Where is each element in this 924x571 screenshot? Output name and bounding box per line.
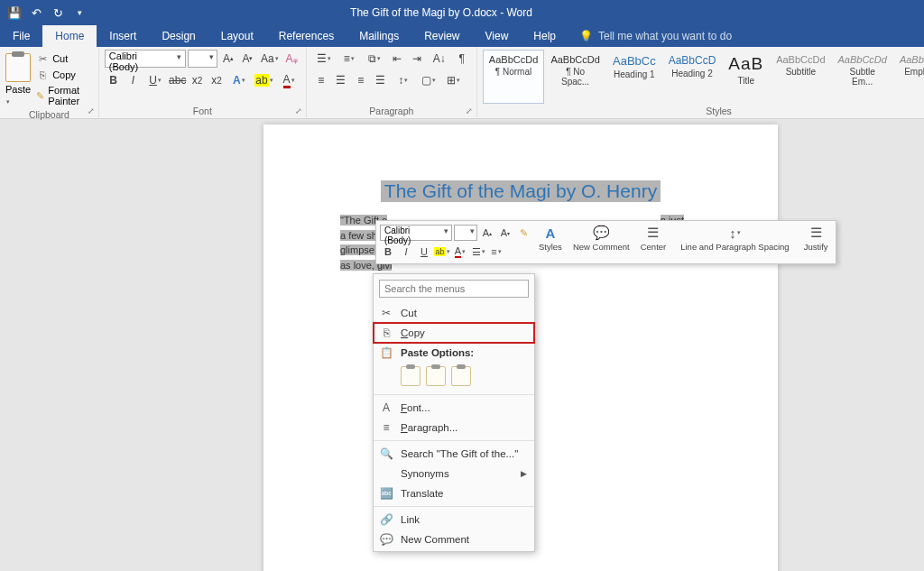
context-font[interactable]: A Font... [374,398,534,418]
mini-highlight-button[interactable]: ab▾ [434,244,450,260]
align-center-button[interactable]: ☰ [332,71,350,89]
mini-numbering-button[interactable]: ≡▾ [488,244,504,260]
numbering-button[interactable]: ≡▾ [337,50,361,68]
mini-size-combo[interactable] [454,225,477,241]
context-cut[interactable]: ✂ Cut [374,303,534,323]
style-item[interactable]: AaBbCcDd¶ Normal [483,50,544,104]
highlight-button[interactable]: ab▾ [253,71,276,89]
shrink-font-button[interactable]: A▾ [239,50,256,68]
qat-customize-icon[interactable]: ▾ [72,5,87,20]
context-paragraph[interactable]: ≡ Paragraph... [374,418,534,437]
style-item[interactable]: AaBbCcDdSubtle Em... [832,50,893,104]
tab-review[interactable]: Review [411,25,472,47]
sort-button[interactable]: A↓ [428,50,451,68]
bold-button[interactable]: B [105,71,123,89]
context-search-input[interactable] [379,280,529,298]
redo-icon[interactable]: ↻ [51,5,65,20]
undo-icon[interactable]: ↶ [29,5,43,20]
bullets-button[interactable]: ☰▾ [312,50,336,68]
paste-text-only-button[interactable] [451,366,471,386]
font-name-combo[interactable]: Calibri (Body) [105,50,186,68]
grow-font-button[interactable]: A▴ [219,50,236,68]
paste-keep-source-button[interactable] [401,366,420,386]
tab-design[interactable]: Design [149,25,208,47]
style-item[interactable]: AaBbCcDHeading 2 [662,50,723,104]
borders-button[interactable]: ⊞▾ [442,71,466,89]
copy-button[interactable]: ⎘Copy [34,68,93,82]
superscript-button[interactable]: x2 [208,71,226,89]
style-item[interactable]: AaBTitle [722,50,770,104]
tab-help[interactable]: Help [521,25,568,47]
decrease-indent-button[interactable]: ⇤ [388,50,406,68]
tab-references[interactable]: References [266,25,346,47]
strikethrough-button[interactable]: abc [169,71,187,89]
cut-button[interactable]: ✂Cut [34,51,93,66]
save-icon[interactable]: 💾 [7,5,22,20]
context-menu-search[interactable] [379,280,529,298]
mini-bold-button[interactable]: B [380,244,396,260]
quick-access-toolbar: 💾 ↶ ↻ ▾ [0,5,94,20]
format-painter-button[interactable]: ✎Format Painter [34,84,93,107]
mini-font-color-button[interactable]: A▾ [452,244,468,260]
show-marks-button[interactable]: ¶ [453,50,471,68]
clear-formatting-button[interactable]: Aᵩ [282,50,300,68]
mini-justify-button[interactable]: ☰ Justify [799,223,834,262]
increase-indent-button[interactable]: ⇥ [408,50,426,68]
mini-underline-button[interactable]: U [416,244,432,260]
group-paragraph-label: Paragraph [312,104,471,116]
tab-home[interactable]: Home [42,25,97,47]
shading-button[interactable]: ▢▾ [417,71,440,89]
mini-shrink-font-button[interactable]: A▾ [497,225,513,241]
line-spacing-button[interactable]: ↕▾ [392,71,415,89]
mini-italic-button[interactable]: I [398,244,414,260]
font-size-combo[interactable] [188,50,218,68]
mini-new-comment-button[interactable]: 💬 New Comment [568,223,635,262]
mini-font-combo[interactable]: Calibri (Body) [380,225,452,241]
tab-file[interactable]: File [0,25,42,47]
context-synonyms[interactable]: Synonyms ▶ [374,464,534,484]
style-item[interactable]: AaBbCcDdEmphasis [893,50,924,104]
context-synonyms-label: Synonyms [401,468,449,479]
tab-insert[interactable]: Insert [97,25,149,47]
paste-button[interactable]: Paste▾ [5,50,31,107]
align-right-button[interactable]: ≡ [352,71,370,89]
text-effects-button[interactable]: A▾ [227,71,251,89]
mini-grow-font-button[interactable]: A▴ [479,225,495,241]
justify-button[interactable]: ☰ [372,71,390,89]
context-copy[interactable]: ⎘ Copy [374,323,534,343]
context-link[interactable]: 🔗 Link [374,510,534,530]
paste-label: Paste [5,84,31,95]
change-case-button[interactable]: Aa▾ [258,50,281,68]
style-item[interactable]: AaBbCcHeading 1 [606,50,662,104]
align-left-button[interactable]: ≡ [312,71,330,89]
tab-view[interactable]: View [473,25,522,47]
tab-layout[interactable]: Layout [208,25,266,47]
mini-center-button[interactable]: ☰ Center [635,223,672,262]
style-name-label: Heading 2 [669,69,716,78]
tell-me-search[interactable]: 💡 Tell me what you want to do [579,30,732,47]
paragraph-launcher-icon[interactable]: ⤢ [464,106,475,116]
mini-format-painter-button[interactable]: ✎ [515,225,531,241]
multilevel-button[interactable]: ⧉▾ [363,50,386,68]
document-title[interactable]: The Gift of the Magi by O. Henry [381,180,661,202]
style-item[interactable]: AaBbCcDdSubtitle [770,50,831,104]
clipboard-launcher-icon[interactable]: ⤢ [86,106,97,116]
context-translate[interactable]: 🔤 Translate [374,484,534,503]
style-item[interactable]: AaBbCcDd¶ No Spac... [544,50,606,104]
title-bar: 💾 ↶ ↻ ▾ The Gift of the Magi by O.docx -… [0,0,924,25]
context-new-comment[interactable]: 💬 New Comment [374,530,534,549]
mini-styles-button[interactable]: A Styles [533,223,568,262]
underline-button[interactable]: U▾ [143,71,167,89]
mini-bullets-button[interactable]: ☰▾ [470,244,486,260]
subscript-button[interactable]: x2 [189,71,207,89]
context-search[interactable]: 🔍 Search "The Gift of the..." [374,444,534,464]
font-color-button[interactable]: A▾ [277,71,300,89]
tab-mailings[interactable]: Mailings [346,25,411,47]
mini-line-spacing-button[interactable]: ↕▾ Line and Paragraph Spacing [671,223,798,262]
context-cut-label: Cut [401,308,417,318]
paste-merge-button[interactable] [426,366,446,386]
style-name-label: Title [728,76,763,86]
copy-icon: ⎘ [379,326,393,340]
italic-button[interactable]: I [125,71,143,89]
font-launcher-icon[interactable]: ⤢ [293,106,304,116]
